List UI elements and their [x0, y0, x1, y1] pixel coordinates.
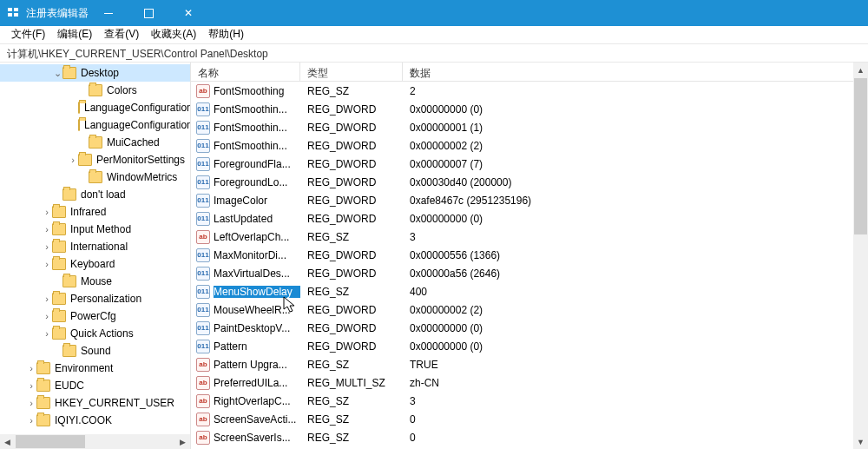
expand-icon[interactable]: › — [42, 224, 52, 234]
expand-icon[interactable]: › — [26, 380, 36, 391]
value-type: REG_DWORD — [300, 340, 403, 353]
scroll-up-button[interactable]: ▲ — [853, 63, 868, 77]
list-item[interactable]: abScreenSaverIs...REG_SZ0 — [191, 428, 868, 446]
value-data: TRUE — [403, 359, 868, 371]
list-item[interactable]: 011MaxVirtualDes...REG_DWORD0x00000a56 (… — [191, 264, 868, 282]
tree-item[interactable]: MuiCached — [0, 134, 190, 151]
folder-icon — [36, 414, 50, 426]
registry-tree[interactable]: ⌄DesktopColorsLanguageConfigurationLangu… — [0, 63, 190, 429]
folder-icon — [36, 397, 50, 409]
list-vertical-scrollbar[interactable]: ▲ ▼ — [853, 63, 868, 449]
menu-edit[interactable]: 编辑(E) — [51, 25, 98, 43]
tree-item[interactable]: ›PerMonitorSettings — [0, 151, 190, 168]
tree-item[interactable]: Sound — [0, 342, 190, 360]
menu-view[interactable]: 查看(V) — [98, 25, 145, 43]
expand-icon[interactable]: › — [42, 328, 52, 339]
menu-favorites[interactable]: 收藏夹(A) — [145, 25, 202, 43]
value-data: 0xafe8467c (2951235196) — [403, 195, 868, 207]
list-item[interactable]: 011FontSmoothin...REG_DWORD0x00000000 (0… — [191, 100, 868, 118]
list-header: 名称 类型 数据 — [191, 63, 868, 82]
column-name[interactable]: 名称 — [191, 63, 300, 81]
list-item[interactable]: 011ForegroundLo...REG_DWORD0x00030d40 (2… — [191, 173, 868, 191]
menu-help[interactable]: 帮助(H) — [202, 25, 250, 43]
tree-item[interactable]: ⌄Desktop — [0, 64, 190, 82]
expand-icon[interactable]: › — [68, 155, 78, 165]
tree-item[interactable]: ›Keyboard — [0, 255, 190, 273]
tree-item[interactable]: LanguageConfiguration — [0, 116, 190, 134]
tree-item[interactable]: Colors — [0, 82, 190, 99]
maximize-button[interactable] — [128, 0, 168, 26]
value-type: REG_SZ — [300, 85, 403, 97]
close-button[interactable]: ✕ — [168, 0, 208, 26]
expand-icon[interactable]: › — [26, 363, 36, 373]
dword-value-icon: 011 — [196, 139, 210, 153]
value-data: 0 — [403, 432, 868, 444]
scroll-left-button[interactable]: ◀ — [0, 434, 15, 449]
tree-item-label: Mouse — [81, 275, 112, 287]
column-type[interactable]: 类型 — [300, 63, 403, 81]
list-item[interactable]: 011FontSmoothin...REG_DWORD0x00000001 (1… — [191, 118, 868, 136]
folder-icon — [36, 380, 50, 392]
tree-item[interactable]: Mouse — [0, 273, 190, 290]
value-type: REG_SZ — [300, 286, 403, 298]
menu-file[interactable]: 文件(F) — [5, 25, 51, 43]
scroll-right-button[interactable]: ▶ — [175, 434, 190, 449]
tree-item[interactable]: ›Input Method — [0, 221, 190, 238]
list-item[interactable]: 011FontSmoothin...REG_DWORD0x00000002 (2… — [191, 136, 868, 155]
tree-item[interactable]: ›EUDC — [0, 377, 190, 394]
scroll-thumb[interactable] — [854, 78, 867, 234]
value-data: 0x00000007 (7) — [403, 158, 868, 170]
list-item[interactable]: 011MouseWheelR...REG_DWORD0x00000002 (2) — [191, 300, 868, 319]
tree-item-label: Keyboard — [70, 258, 115, 270]
expand-icon[interactable]: › — [42, 259, 52, 269]
expand-icon[interactable]: › — [26, 398, 36, 408]
tree-item[interactable]: ›HKEY_CURRENT_USER — [0, 394, 190, 412]
list-item[interactable]: 011ForegroundFla...REG_DWORD0x00000007 (… — [191, 155, 868, 173]
list-item[interactable]: abScreenSaveActi...REG_SZ0 — [191, 410, 868, 428]
column-data[interactable]: 数据 — [403, 63, 868, 81]
tree-item[interactable]: ›IQIYI.COOK — [0, 412, 190, 429]
expand-icon[interactable]: › — [42, 241, 52, 252]
svg-rect-3 — [14, 13, 18, 17]
value-data: 0 — [403, 413, 868, 426]
list-item[interactable]: abFontSmoothingREG_SZ2 — [191, 82, 868, 100]
folder-icon — [78, 102, 80, 114]
list-item[interactable]: 011PaintDesktopV...REG_DWORD0x00000000 (… — [191, 319, 868, 337]
list-item[interactable]: abRightOverlapC...REG_SZ3 — [191, 392, 868, 410]
list-item[interactable]: 011MenuShowDelayREG_SZ400 — [191, 282, 868, 300]
expand-icon[interactable]: › — [42, 311, 52, 321]
tree-item[interactable]: ›PowerCfg — [0, 307, 190, 325]
list-item[interactable]: abLeftOverlapCh...REG_SZ3 — [191, 228, 868, 246]
tree-item[interactable]: don't load — [0, 186, 190, 203]
tree-item-label: PerMonitorSettings — [96, 154, 185, 166]
tree-item[interactable]: ›Infrared — [0, 203, 190, 221]
collapse-icon[interactable]: ⌄ — [52, 68, 62, 79]
list-item[interactable]: 011PatternREG_DWORD0x00000000 (0) — [191, 337, 868, 355]
value-list[interactable]: abFontSmoothingREG_SZ2011FontSmoothin...… — [191, 82, 868, 446]
list-item[interactable]: 011LastUpdatedREG_DWORD0x00000000 (0) — [191, 209, 868, 228]
list-item[interactable]: 011MaxMonitorDi...REG_DWORD0x00000556 (1… — [191, 246, 868, 264]
expand-icon[interactable]: › — [42, 294, 52, 304]
list-item[interactable]: abPreferredUILa...REG_MULTI_SZzh-CN — [191, 373, 868, 392]
value-name: RightOverlapC... — [214, 395, 300, 407]
scroll-down-button[interactable]: ▼ — [853, 434, 868, 449]
address-bar[interactable]: 计算机\HKEY_CURRENT_USER\Control Panel\Desk… — [0, 43, 868, 63]
list-item[interactable]: abPattern Upgra...REG_SZTRUE — [191, 355, 868, 373]
value-data: 0x00000000 (0) — [403, 213, 868, 225]
tree-horizontal-scrollbar[interactable]: ◀ ▶ — [0, 434, 190, 449]
tree-item-label: MuiCached — [107, 136, 160, 149]
tree-item[interactable]: ›Environment — [0, 360, 190, 377]
tree-item[interactable]: ›International — [0, 238, 190, 255]
list-item[interactable]: 011ImageColorREG_DWORD0xafe8467c (295123… — [191, 191, 868, 209]
expand-icon[interactable]: › — [26, 415, 36, 426]
scroll-thumb[interactable] — [16, 435, 85, 448]
tree-item[interactable]: LanguageConfiguration — [0, 99, 190, 116]
tree-item[interactable]: ›Quick Actions — [0, 325, 190, 342]
dword-value-icon: 011 — [196, 157, 210, 171]
tree-item-label: Quick Actions — [70, 327, 134, 340]
tree-item[interactable]: ›Personalization — [0, 290, 190, 307]
tree-item[interactable]: WindowMetrics — [0, 168, 190, 186]
dword-value-icon: 011 — [196, 248, 210, 262]
expand-icon[interactable]: › — [42, 207, 52, 217]
minimize-button[interactable] — [89, 0, 128, 26]
